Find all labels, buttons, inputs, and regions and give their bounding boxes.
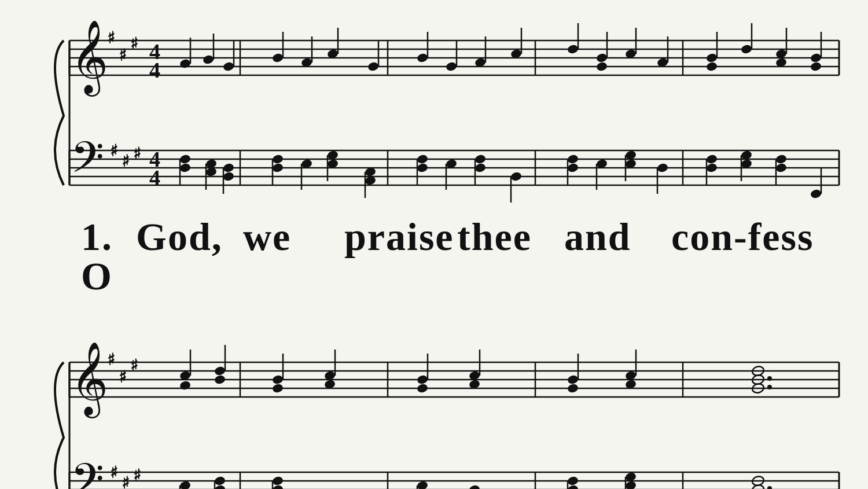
svg-point-48 <box>705 53 718 63</box>
svg-point-193 <box>214 484 226 489</box>
svg-point-148 <box>214 366 226 376</box>
svg-point-41 <box>595 53 608 63</box>
svg-text:𝄢: 𝄢 <box>71 134 104 192</box>
svg-point-105 <box>510 171 522 182</box>
svg-point-87 <box>271 163 284 173</box>
svg-point-117 <box>705 154 718 164</box>
svg-text:♯: ♯ <box>130 35 138 53</box>
svg-point-192 <box>214 476 226 486</box>
svg-text:♯: ♯ <box>107 351 115 369</box>
svg-point-19 <box>202 54 214 65</box>
svg-point-103 <box>474 154 486 164</box>
svg-text:𝄞: 𝄞 <box>71 343 108 419</box>
lyric-god: God, <box>136 217 243 256</box>
svg-text:♯: ♯ <box>110 464 118 481</box>
sheet-music: 𝄞 ♯ ♯ ♯ 4 4 <box>17 6 851 489</box>
svg-point-124 <box>775 154 787 164</box>
svg-point-78 <box>179 163 191 173</box>
svg-point-123 <box>775 163 787 173</box>
svg-point-162 <box>567 374 579 385</box>
lyric-we: we <box>243 217 344 256</box>
svg-text:♯: ♯ <box>122 152 130 170</box>
system-2: 𝄞 ♯ ♯ ♯ <box>17 328 851 489</box>
svg-point-31 <box>416 53 428 63</box>
lyric-praise: praise <box>344 217 457 256</box>
svg-point-51 <box>740 44 752 54</box>
lyric-verse-number: 1. O <box>81 217 136 296</box>
svg-text:♯: ♯ <box>130 356 138 374</box>
svg-point-171 <box>767 376 772 381</box>
svg-point-50 <box>705 61 718 72</box>
lyrics-row-1: 1. O God, we praise thee and con-fess <box>17 217 851 296</box>
svg-text:♯: ♯ <box>107 29 115 47</box>
svg-point-151 <box>271 374 284 385</box>
svg-text:♯: ♯ <box>119 46 127 64</box>
svg-point-203 <box>468 484 480 489</box>
svg-text:♯: ♯ <box>119 368 127 386</box>
lyric-thee: thee <box>457 217 564 256</box>
treble-bass-staff-1: 𝄞 ♯ ♯ ♯ 4 4 <box>17 6 851 220</box>
system-1: 𝄞 ♯ ♯ ♯ 4 4 <box>17 6 851 299</box>
svg-point-215 <box>767 486 772 489</box>
svg-text:4: 4 <box>149 58 160 82</box>
svg-text:4: 4 <box>149 166 160 190</box>
treble-bass-staff-2: 𝄞 ♯ ♯ ♯ <box>17 328 851 489</box>
lyric-and: and <box>564 217 671 256</box>
svg-point-163 <box>567 383 579 394</box>
svg-point-84 <box>222 171 234 182</box>
svg-point-207 <box>567 484 579 489</box>
svg-point-115 <box>656 163 668 173</box>
svg-point-29 <box>367 61 379 72</box>
svg-point-156 <box>416 383 428 394</box>
svg-text:𝄞: 𝄞 <box>71 21 108 97</box>
svg-point-206 <box>567 476 579 486</box>
svg-text:𝄢: 𝄢 <box>71 456 104 489</box>
svg-text:♯: ♯ <box>133 145 141 163</box>
svg-point-86 <box>271 154 284 164</box>
svg-point-23 <box>271 53 284 63</box>
svg-point-157 <box>416 374 428 385</box>
svg-point-21 <box>222 61 234 72</box>
svg-point-118 <box>705 163 718 173</box>
svg-point-172 <box>767 385 772 389</box>
svg-point-33 <box>445 61 457 72</box>
svg-point-107 <box>567 154 579 164</box>
svg-text:♯: ♯ <box>133 466 141 484</box>
svg-point-77 <box>179 154 191 164</box>
svg-point-196 <box>271 476 284 486</box>
svg-point-195 <box>271 484 284 489</box>
svg-point-58 <box>810 61 822 72</box>
svg-point-98 <box>416 163 428 173</box>
svg-point-43 <box>595 61 608 72</box>
svg-point-108 <box>567 163 579 173</box>
lyric-confess: con-fess <box>671 217 833 256</box>
svg-text:♯: ♯ <box>110 142 118 160</box>
svg-point-39 <box>567 44 579 54</box>
svg-point-144 <box>179 380 191 391</box>
svg-text:♯: ♯ <box>122 474 130 489</box>
svg-point-150 <box>271 383 284 394</box>
svg-point-97 <box>416 154 428 164</box>
svg-point-56 <box>810 53 822 63</box>
svg-point-147 <box>214 374 226 385</box>
svg-point-83 <box>222 163 234 173</box>
svg-point-102 <box>474 163 486 173</box>
svg-point-17 <box>179 58 191 69</box>
